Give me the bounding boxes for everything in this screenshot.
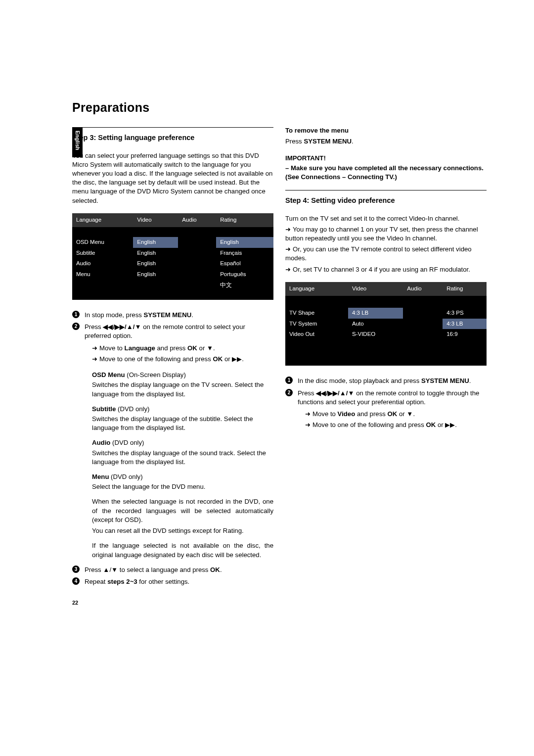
- step-badge-4: 4: [72, 577, 80, 585]
- arrow-icon: ➜: [92, 355, 97, 363]
- right-column: To remove the menu Press SYSTEM MENU. IM…: [285, 126, 487, 607]
- step-badge-1: 1: [285, 377, 293, 384]
- important-body: – Make sure you have completed all the n…: [285, 164, 484, 181]
- step-badge-2: 2: [285, 389, 293, 396]
- remove-menu-heading: To remove the menu: [285, 127, 349, 134]
- step-badge-1: 1: [72, 311, 80, 318]
- page-number: 22: [72, 599, 273, 607]
- video-osd-screenshot: Language Video Audio Rating TV Shape4:3 …: [285, 282, 487, 366]
- language-osd-screenshot: Language Video Audio Rating OSD MenuEngl…: [72, 213, 273, 300]
- arrow-icon: ➜: [285, 245, 291, 253]
- step4-heading: Step 4: Setting video preference: [285, 195, 487, 205]
- arrow-icon: ➜: [305, 410, 311, 418]
- arrow-icon: ➜: [92, 344, 97, 352]
- step3-intro: You can select your preferred language s…: [72, 151, 273, 205]
- page-title: Preparations: [72, 99, 487, 116]
- step3-heading: Step 3: Setting language preference: [72, 133, 273, 142]
- important-heading: IMPORTANT!: [285, 154, 326, 162]
- step-badge-2: 2: [72, 323, 80, 330]
- arrow-icon: ➜: [305, 421, 311, 428]
- step-badge-3: 3: [72, 566, 80, 573]
- arrow-icon: ➜: [285, 266, 291, 273]
- left-column: Step 3: Setting language preference You …: [72, 126, 273, 607]
- arrow-icon: ➜: [285, 226, 291, 233]
- language-tab: English: [72, 128, 83, 157]
